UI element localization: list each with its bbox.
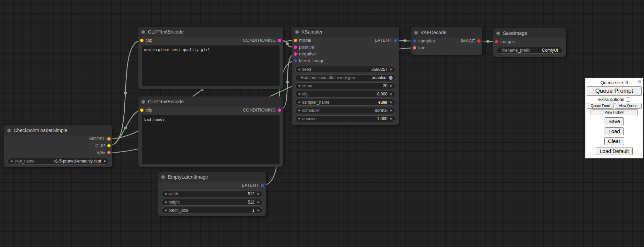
extra-options-checkbox[interactable] [626, 98, 630, 102]
link-midpoint-dot [404, 39, 406, 42]
increment-arrow-icon[interactable]: ▶ [389, 115, 393, 122]
node-collapse-dot-icon[interactable] [7, 129, 11, 132]
decrement-arrow-icon[interactable]: ◀ [298, 82, 301, 89]
node-cliptextencode[interactable]: CLIPTextEncodeclipCONDITIONING [138, 27, 283, 89]
node-title-bar[interactable]: CLIPTextEncode [138, 27, 283, 37]
widgets-area: ◀ckpt_namev1-5-pruned-emaonly.ckpt▶ [8, 158, 109, 165]
decrement-arrow-icon[interactable]: ◀ [298, 91, 301, 98]
settings-gear-icon[interactable]: ⚙ [637, 79, 642, 84]
node-title: VAEDecode [421, 30, 446, 35]
node-cliptextencode[interactable]: CLIPTextEncodeclipCONDITIONING [138, 96, 283, 167]
widget-steps[interactable]: ◀steps20▶ [295, 82, 395, 89]
node-collapse-dot-icon[interactable] [161, 175, 165, 179]
output-slot-image-dot[interactable] [477, 39, 481, 43]
node-collapse-dot-icon[interactable] [295, 30, 299, 34]
output-slot-vae-dot[interactable] [107, 151, 111, 154]
node-emptylatentimage[interactable]: EmptyLatentImageLATENT◀width512▶◀height5… [158, 172, 266, 216]
input-slot-label: positive [299, 44, 314, 51]
input-slot-vae-dot[interactable] [413, 46, 416, 50]
clear-button[interactable]: Clear [604, 137, 624, 145]
toggle-indicator[interactable] [389, 76, 393, 80]
input-slot-label: clip [146, 107, 152, 114]
output-slot-model-dot[interactable] [107, 137, 111, 141]
node-title-bar[interactable]: EmptyLatentImage [158, 172, 266, 182]
node-title-bar[interactable]: VAEDecode [411, 27, 482, 38]
output-slot-latent-dot[interactable] [394, 39, 397, 42]
decrement-arrow-icon[interactable]: ◀ [164, 207, 168, 214]
widget-width[interactable]: ◀width512▶ [162, 191, 262, 197]
input-slot-negative-dot[interactable] [294, 52, 297, 56]
prompt-textarea[interactable] [142, 115, 280, 164]
input-slot-clip-dot[interactable] [140, 108, 144, 112]
decrement-arrow-icon[interactable]: ◀ [164, 199, 168, 206]
output-slot-clip-dot[interactable] [107, 144, 111, 147]
increment-arrow-icon[interactable]: ▶ [256, 207, 260, 214]
widget-height[interactable]: ◀height512▶ [162, 199, 262, 206]
node-vaedecode[interactable]: VAEDecodesamplesIMAGEvae [411, 27, 482, 55]
widget-cfg[interactable]: ◀cfg8.000▶ [295, 91, 395, 98]
decrement-arrow-icon[interactable]: ◀ [298, 107, 301, 114]
output-slot-latent-dot[interactable] [261, 184, 264, 187]
node-title-bar[interactable]: CLIPTextEncode [138, 96, 283, 107]
node-saveimage[interactable]: SaveImageimagesfilename_prefixComfyUI [493, 28, 566, 57]
widget-filename-prefix[interactable]: filename_prefixComfyUI [497, 47, 562, 54]
widget-label: denoise [302, 116, 317, 121]
node-collapse-dot-icon[interactable] [141, 30, 145, 34]
decrement-arrow-icon[interactable]: ◀ [10, 158, 14, 165]
node-title-bar[interactable]: CheckpointLoaderSimple [4, 125, 112, 135]
output-slot-label: CLIP [95, 142, 105, 149]
widget-label: cfg [302, 92, 308, 96]
increment-arrow-icon[interactable]: ▶ [389, 99, 393, 106]
node-collapse-dot-icon[interactable] [141, 100, 145, 104]
input-slot-positive-dot[interactable] [294, 46, 297, 49]
input-slot-label: clip [146, 37, 152, 44]
node-title: SaveImage [503, 30, 527, 36]
widget-value: enabled [372, 75, 386, 80]
link-midpoint-dot [286, 81, 289, 83]
node-collapse-dot-icon[interactable] [414, 31, 418, 35]
save-button[interactable]: Save [605, 117, 624, 125]
load-default-button[interactable]: Load Default [596, 147, 632, 155]
node-checkpointloadersimple[interactable]: CheckpointLoaderSimpleMODELCLIPVAE◀ckpt_… [4, 125, 112, 167]
increment-arrow-icon[interactable]: ▶ [256, 191, 260, 197]
queue-buttons-row: Queue Front View Queue [587, 103, 642, 109]
widget-seed[interactable]: ◀seed8566257▶ [295, 66, 395, 73]
increment-arrow-icon[interactable]: ▶ [256, 199, 260, 206]
increment-arrow-icon[interactable]: ▶ [103, 158, 106, 165]
load-button[interactable]: Load [605, 127, 623, 135]
output-slot-conditioning-dot[interactable] [278, 108, 281, 112]
node-title-bar[interactable]: KSampler [292, 27, 399, 37]
decrement-arrow-icon[interactable]: ◀ [164, 191, 168, 197]
input-slot-model-dot[interactable] [294, 39, 297, 42]
decrement-arrow-icon[interactable]: ◀ [298, 99, 301, 106]
output-slot-conditioning-dot[interactable] [278, 39, 281, 42]
input-slot-samples-dot[interactable] [413, 39, 416, 43]
widget-ckpt-name[interactable]: ◀ckpt_namev1-5-pruned-emaonly.ckpt▶ [8, 158, 109, 165]
widget-sampler-name[interactable]: ◀sampler_nameeuler▶ [295, 99, 395, 106]
queue-prompt-button[interactable]: Queue Prompt [587, 86, 642, 96]
decrement-arrow-icon[interactable]: ◀ [298, 66, 301, 73]
input-slot-clip-dot[interactable] [140, 39, 144, 42]
widget-denoise[interactable]: ◀denoise1.000▶ [295, 115, 395, 122]
view-history-button[interactable]: View History [591, 109, 638, 115]
graph-canvas[interactable]: Queue size: 0 ⚙ Queue Prompt Extra optio… [0, 0, 644, 247]
increment-arrow-icon[interactable]: ▶ [389, 82, 393, 89]
widget-scheduler[interactable]: ◀schedulernormal▶ [295, 107, 395, 114]
increment-arrow-icon[interactable]: ▶ [389, 66, 393, 73]
prompt-textarea[interactable] [142, 46, 280, 86]
increment-arrow-icon[interactable]: ▶ [389, 107, 393, 114]
increment-arrow-icon[interactable]: ▶ [389, 91, 393, 98]
widget-label: width [169, 192, 178, 196]
queue-front-button[interactable]: Queue Front [587, 103, 614, 109]
widget-random-seed-after-every-gen[interactable]: Random seed after every genenabled [295, 74, 395, 81]
output-slot-label: LATENT [242, 182, 259, 189]
widget-batch-size[interactable]: ◀batch_size1▶ [162, 207, 262, 214]
input-slot-images-dot[interactable] [495, 40, 498, 43]
view-queue-button[interactable]: View Queue [615, 103, 642, 109]
node-title-bar[interactable]: SaveImage [493, 28, 566, 38]
node-collapse-dot-icon[interactable] [496, 31, 500, 35]
widget-value: normal [375, 108, 387, 113]
decrement-arrow-icon[interactable]: ◀ [298, 115, 301, 122]
node-ksampler[interactable]: KSamplermodelLATENTpositivenegativelaten… [292, 27, 399, 125]
input-slot-latent-image-dot[interactable] [294, 59, 297, 63]
